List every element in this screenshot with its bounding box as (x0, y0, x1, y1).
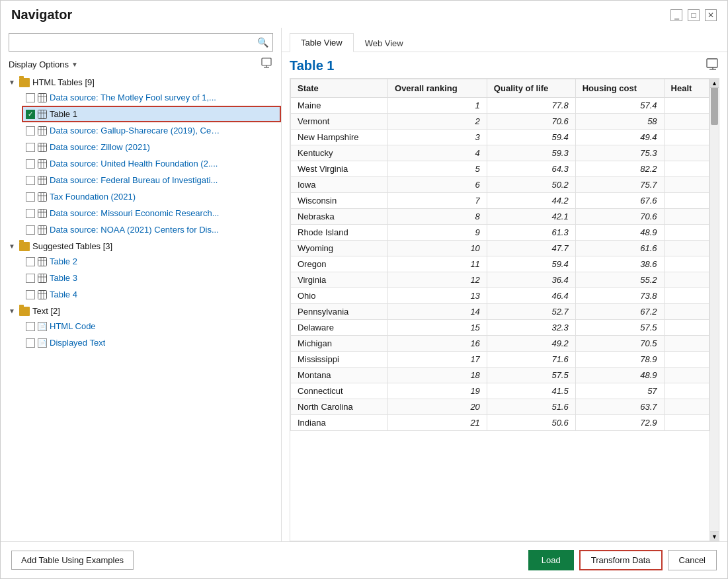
checkbox-ds-mo[interactable] (26, 209, 35, 218)
table-cell: 50.6 (487, 415, 575, 431)
horizontal-scrollbar[interactable]: ◀ ▶ (290, 541, 719, 541)
table-row: Iowa650.275.7 (291, 177, 709, 193)
tree-item-table1[interactable]: ✓ Table 1 (22, 106, 281, 122)
table-cell: 48.9 (575, 225, 664, 241)
table-cell (664, 177, 709, 193)
checkbox-html-code[interactable] (26, 322, 35, 331)
table-cell: Virginia (291, 272, 388, 288)
tree-item-ds-mo[interactable]: Data source: Missouri Economic Research.… (22, 205, 281, 221)
table-cell (664, 161, 709, 177)
table-cell: West Virginia (291, 161, 388, 177)
table-cell: 55.2 (575, 272, 664, 288)
table-cell: 70.6 (487, 114, 575, 130)
checkbox-ds-uhf[interactable] (26, 159, 35, 169)
item-label-ds-zillow: Data source: Zillow (2021) (50, 142, 150, 152)
table-cell: 57.4 (575, 98, 664, 114)
checkbox-ds-fbi[interactable] (26, 176, 35, 185)
tree-item-tax[interactable]: Tax Foundation (2021) (22, 188, 281, 205)
transform-data-button[interactable]: Transform Data (579, 550, 663, 570)
tab-web-view[interactable]: Web View (354, 34, 415, 52)
tree-item-table4[interactable]: Table 4 (22, 286, 281, 303)
tree-group-header-html-tables[interactable]: ▼ HTML Tables [9] (6, 75, 281, 89)
tree-item-ds-fbi[interactable]: Data source: Federal Bureau of Investiga… (22, 172, 281, 188)
tree-item-table3[interactable]: Table 3 (22, 270, 281, 286)
table-cell: 57.5 (575, 320, 664, 336)
table-cell: 14 (388, 304, 487, 320)
table-cell: 82.2 (575, 161, 664, 177)
table-cell (664, 225, 709, 241)
tree-arrow-icon: ▼ (9, 79, 17, 86)
checkbox-ds-motley[interactable] (26, 93, 35, 102)
tree-item-ds-zillow[interactable]: Data source: Zillow (2021) (22, 139, 281, 155)
checkbox-ds-zillow[interactable] (26, 143, 35, 152)
add-table-button[interactable]: Add Table Using Examples (11, 551, 134, 570)
table-row: Oregon1159.438.6 (291, 256, 709, 272)
svg-rect-23 (38, 176, 47, 184)
tree-items-text: 📄 HTML Code 📄 Displayed Text (6, 318, 281, 351)
display-options-button[interactable]: Display Options ▼ (9, 59, 78, 69)
table-cell (664, 193, 709, 209)
group-label-suggested: Suggested Tables [3] (32, 241, 112, 251)
tab-table-view[interactable]: Table View (290, 33, 354, 52)
close-button[interactable]: ✕ (705, 9, 717, 21)
checkbox-ds-noaa[interactable] (26, 225, 35, 235)
table-cell: 67.6 (575, 193, 664, 209)
table-grid-icon-tax (38, 192, 47, 202)
checkbox-table1[interactable]: ✓ (26, 110, 35, 119)
table-scroll-area[interactable]: State Overall ranking Quality of life Ho… (290, 79, 709, 541)
table-cell (664, 256, 709, 272)
vertical-scrollbar[interactable]: ▲ ▼ (709, 79, 719, 541)
scroll-down-btn[interactable]: ▼ (710, 531, 719, 541)
checkbox-table3[interactable] (26, 274, 35, 283)
table-row: Nebraska842.170.6 (291, 209, 709, 225)
tree-items-html-tables: Data source: The Motley Fool survey of 1… (6, 89, 281, 238)
col-header-state: State (291, 79, 388, 98)
preview-export-icon[interactable] (706, 58, 719, 74)
tree-container: ▼ HTML Tables [9] (1, 75, 281, 536)
table-cell: 63.7 (575, 399, 664, 415)
table-cell: 5 (388, 161, 487, 177)
tree-group-header-text[interactable]: ▼ Text [2] (6, 304, 281, 318)
scroll-up-btn[interactable]: ▲ (710, 79, 719, 88)
load-button[interactable]: Load (528, 550, 574, 570)
table-cell: Maine (291, 98, 388, 114)
tree-item-html-code[interactable]: 📄 HTML Code (22, 318, 281, 334)
tree-item-ds-gallup[interactable]: Data source: Gallup-Sharecare (2019), Ce… (22, 122, 281, 139)
table-row: Montana1857.548.9 (291, 367, 709, 383)
display-options-row: Display Options ▼ (1, 57, 281, 75)
preview-header: Table 1 (290, 58, 719, 74)
tree-item-ds-motley[interactable]: Data source: The Motley Fool survey of 1… (22, 89, 281, 106)
table-cell: 52.7 (487, 304, 575, 320)
table-cell: Wisconsin (291, 193, 388, 209)
svg-rect-7 (38, 110, 47, 118)
checkbox-displayed-text[interactable] (26, 338, 35, 348)
svg-rect-3 (38, 93, 47, 102)
tree-item-ds-noaa[interactable]: Data source: NOAA (2021) Centers for Dis… (22, 221, 281, 238)
table-cell: 75.3 (575, 145, 664, 161)
table-row: Wisconsin744.267.6 (291, 193, 709, 209)
svg-rect-15 (38, 143, 47, 151)
tree-item-displayed-text[interactable]: 📄 Displayed Text (22, 334, 281, 351)
tree-arrow-icon-suggested: ▼ (9, 243, 17, 250)
search-input[interactable] (13, 38, 257, 48)
table-row: North Carolina2051.663.7 (291, 399, 709, 415)
cancel-button[interactable]: Cancel (668, 550, 717, 570)
table-cell: 57.5 (487, 367, 575, 383)
col-header-housing: Housing cost (575, 79, 664, 98)
checkbox-table2[interactable] (26, 257, 35, 266)
table-cell: 61.6 (575, 241, 664, 256)
checkbox-ds-gallup[interactable] (26, 126, 35, 135)
table-cell (664, 288, 709, 304)
tree-item-ds-uhf[interactable]: Data source: United Health Foundation (2… (22, 155, 281, 172)
minimize-button[interactable]: ⎯ (670, 9, 682, 21)
text-doc-icon-2: 📄 (38, 338, 47, 348)
checkbox-table4[interactable] (26, 290, 35, 299)
table-cell: 38.6 (575, 256, 664, 272)
checkbox-tax[interactable] (26, 192, 35, 202)
tree-group-header-suggested[interactable]: ▼ Suggested Tables [3] (6, 239, 281, 253)
search-bar[interactable]: 🔍 (9, 33, 273, 52)
table-grid-icon-zillow (38, 143, 47, 152)
tree-item-table2[interactable]: Table 2 (22, 253, 281, 270)
transfer-icon[interactable] (261, 57, 273, 71)
restore-button[interactable]: □ (688, 9, 700, 21)
